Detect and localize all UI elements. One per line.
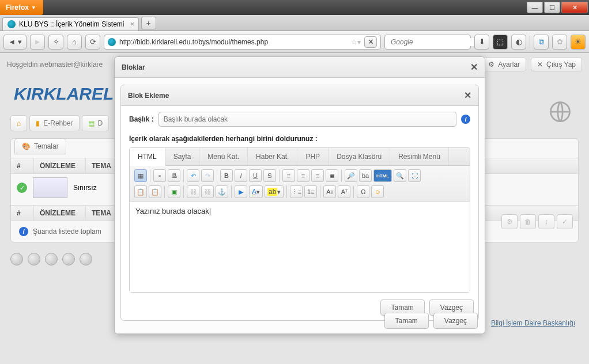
close-button[interactable]: ✕ <box>561 2 588 13</box>
tb-fullscreen[interactable]: ⛶ <box>408 169 421 182</box>
tb-image[interactable]: ▣ <box>168 185 180 198</box>
tb-print[interactable]: 🖶 <box>168 169 180 182</box>
tb-italic[interactable]: I <box>235 169 247 182</box>
settings-button[interactable]: ⚙Ayarlar <box>482 58 526 71</box>
action-ok[interactable]: ✓ <box>557 214 573 229</box>
tb-paste[interactable]: 📋 <box>134 185 147 198</box>
tab-menu-kat[interactable]: Menü Kat. <box>199 148 248 165</box>
bookmark-star-button[interactable]: ✧ <box>48 35 63 50</box>
browser-tab[interactable]: KLU BYS :: İçerik Yönetim Sistemi <box>2 17 139 31</box>
tb-media[interactable]: ▶ <box>235 185 247 198</box>
tb-align-right[interactable]: ≡ <box>311 169 324 182</box>
tb-sub[interactable]: Aт <box>323 185 336 198</box>
outer-ok-button[interactable]: Tamam <box>384 313 429 329</box>
action-settings[interactable]: ⚙ <box>501 214 518 229</box>
back-button[interactable]: ◄ ▾ <box>3 35 27 50</box>
firefox-menu-button[interactable]: Firefox <box>0 0 43 15</box>
feed-icon[interactable]: ☆▾ <box>351 38 361 46</box>
share-icon-2[interactable] <box>28 253 40 266</box>
tb-find[interactable]: 🔎 <box>345 169 357 182</box>
minimize-button[interactable]: — <box>527 2 543 13</box>
url-input[interactable] <box>119 38 348 46</box>
home-button[interactable]: ⌂ <box>67 35 82 50</box>
window-titlebar: Firefox — ☐ ✕ <box>0 0 589 15</box>
tab-html[interactable]: HTML <box>130 148 165 166</box>
menu-erehber[interactable]: ▮E-Rehber <box>29 115 79 131</box>
content-tabs-panel: HTML Sayfa Menü Kat. Haber Kat. PHP Dosy… <box>129 147 470 293</box>
dialog-bloklar-close[interactable]: ✕ <box>470 62 478 73</box>
tb-strike[interactable]: S <box>263 169 276 182</box>
panel-tab-temalar[interactable]: 🎨Temalar <box>14 138 66 154</box>
tab-haber-kat[interactable]: Haber Kat. <box>248 148 297 165</box>
search-input[interactable] <box>391 38 478 46</box>
help-icon[interactable]: i <box>461 115 470 124</box>
info-icon: i <box>19 227 28 236</box>
tb-replace[interactable]: ba <box>359 169 372 182</box>
tb-anchor[interactable]: ⚓ <box>216 185 228 198</box>
search-box[interactable]: 🔍 <box>384 35 471 50</box>
maximize-button[interactable]: ☐ <box>544 2 560 13</box>
dialog-bloklar: Bloklar ✕ Blok Ekleme ✕ Başlık : i İçeri… <box>114 56 485 334</box>
tb-undo[interactable]: ↶ <box>187 169 199 182</box>
new-tab-button[interactable]: + <box>141 17 156 29</box>
editor-toolbar: ▦ ▫ 🖶 ↶ ↷ B I U S ≡ ≡ <box>130 166 470 202</box>
address-bar[interactable]: ☆▾ ✕ <box>104 35 381 50</box>
doc-icon: ▤ <box>88 119 95 127</box>
tb-redo[interactable]: ↷ <box>201 169 214 182</box>
tb-zoom[interactable]: 🔍 <box>394 169 406 182</box>
tb-newdoc[interactable]: ▫ <box>153 169 166 182</box>
share-icon-5[interactable] <box>80 253 92 266</box>
tb-underline[interactable]: U <box>249 169 262 182</box>
dialog-blok-ekleme: Blok Ekleme ✕ Başlık : i İçerik olarak a… <box>120 85 479 321</box>
instruction-text: İçerik olarak aşağıdakilerden herhangi b… <box>121 132 478 147</box>
tb-align-justify[interactable]: ≣ <box>326 169 338 182</box>
outer-cancel-button[interactable]: Vazgeç <box>433 313 478 329</box>
addon-button-4[interactable]: ✿ <box>552 35 567 50</box>
tb-ol[interactable]: 1≡ <box>304 185 317 198</box>
col-preview: ÖNİZLEME <box>34 158 86 173</box>
menu-d[interactable]: ▤D <box>82 115 110 131</box>
share-icon-4[interactable] <box>62 253 75 266</box>
tb-align-center[interactable]: ≡ <box>297 169 309 182</box>
theme-name: Sınırsız <box>73 184 97 192</box>
addon-button-2[interactable]: ◐ <box>511 35 526 50</box>
menu-home[interactable]: ⌂ <box>10 115 27 131</box>
tab-dosya[interactable]: Dosya Klasörü <box>329 148 390 165</box>
action-delete[interactable]: 🗑 <box>520 214 536 229</box>
title-input[interactable] <box>158 112 456 127</box>
tb-html[interactable]: HTML <box>373 169 392 182</box>
tb-bgcolor[interactable]: ab ▾ <box>265 185 284 198</box>
download-button[interactable]: ⬇ <box>474 35 489 50</box>
share-icon-3[interactable] <box>45 253 58 266</box>
tb-emoji[interactable]: ☺ <box>371 185 384 198</box>
share-icon-1[interactable] <box>10 253 23 266</box>
tb-paste-text[interactable]: 📋 <box>149 185 161 198</box>
home-icon: ⌂ <box>17 119 21 127</box>
dialog-blok-ekleme-close[interactable]: ✕ <box>464 90 471 101</box>
tb-source[interactable]: ▦ <box>134 169 147 182</box>
tb-symbol[interactable]: Ω <box>357 185 369 198</box>
dialog-bloklar-title: Bloklar ✕ <box>115 57 485 78</box>
footer-link[interactable]: Bilgi İşlem Daire Başkanlığı <box>491 319 575 327</box>
reload-button[interactable]: ⟳ <box>85 35 100 50</box>
tab-php[interactable]: PHP <box>297 148 329 165</box>
addon-button-5[interactable]: ☀ <box>571 35 586 50</box>
tab-sayfa[interactable]: Sayfa <box>165 148 200 165</box>
addon-button-1[interactable]: ⬚ <box>493 35 508 50</box>
editor-area[interactable]: Yazınız burada olacak <box>130 202 470 292</box>
tb-unlink[interactable]: ⛓ <box>201 185 214 198</box>
tb-textcolor[interactable]: A ▾ <box>249 185 263 198</box>
tab-resimli[interactable]: Resimli Menü <box>390 148 449 165</box>
tb-link[interactable]: ⛓ <box>187 185 199 198</box>
stop-button[interactable]: ✕ <box>364 36 377 48</box>
addon-button-3[interactable]: ⧉ <box>534 35 549 50</box>
content-tabs: HTML Sayfa Menü Kat. Haber Kat. PHP Dosy… <box>130 148 470 166</box>
forward-button[interactable]: ► <box>30 35 45 50</box>
tb-sup[interactable]: Aᵀ <box>338 185 350 198</box>
theme-thumbnail <box>33 177 67 198</box>
tb-bold[interactable]: B <box>220 169 233 182</box>
tb-align-left[interactable]: ≡ <box>282 169 295 182</box>
action-move[interactable]: ↕ <box>538 214 554 229</box>
logout-button[interactable]: ✕Çıkış Yap <box>531 58 582 71</box>
tb-ul[interactable]: ⋮≡ <box>290 185 303 198</box>
